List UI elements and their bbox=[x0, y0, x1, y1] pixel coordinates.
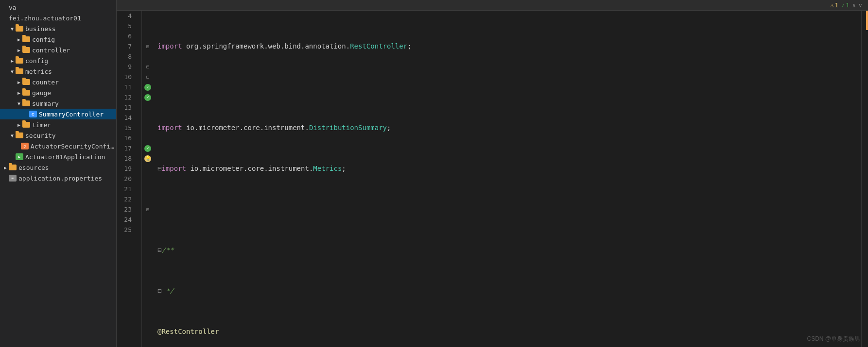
line-numbers: 4 5 6 7 8 9 10 11 12 13 14 15 16 17 18 1… bbox=[117, 11, 142, 347]
fold-icon[interactable]: ⊟ bbox=[146, 62, 149, 72]
code-line-6: import io.micrometer.core.instrument.Dis… bbox=[157, 123, 853, 133]
fold-icon[interactable]: ⊟ bbox=[146, 204, 149, 215]
sidebar-item-config[interactable]: config bbox=[0, 34, 116, 45]
sidebar-item-timer[interactable]: timer bbox=[0, 119, 116, 130]
watermark: CSDN @单身贵族男 bbox=[807, 335, 860, 343]
fold-icon[interactable]: ⊟ bbox=[146, 41, 149, 51]
keyword: import bbox=[157, 41, 182, 51]
sidebar-item-gauge[interactable]: gauge bbox=[0, 87, 116, 98]
gutter-cell bbox=[142, 123, 154, 133]
sidebar-item-label: SummaryController bbox=[39, 111, 104, 118]
gutter-cell: 💡 bbox=[142, 153, 154, 164]
sidebar-item-summary-controller[interactable]: C SummaryController bbox=[0, 109, 116, 119]
file-tree[interactable]: va fei.zhou.actuator01 business config c… bbox=[0, 0, 117, 347]
fold-icon[interactable]: ⊟ bbox=[146, 72, 149, 82]
gutter-cell bbox=[142, 225, 154, 235]
sidebar-item-label: config bbox=[25, 57, 48, 65]
gutter-cell: ⊟ bbox=[142, 72, 154, 82]
code-line-7: ⊟import io.micrometer.core.instrument.Me… bbox=[157, 164, 853, 174]
check-icon: ✓ bbox=[144, 94, 151, 101]
gutter-cell bbox=[142, 113, 154, 123]
package-label: fei.zhou.actuator01 bbox=[9, 15, 81, 22]
sidebar-item-actuator-security[interactable]: J ActuatorSecurityConfi… bbox=[0, 141, 116, 151]
gutter-cell: ⊟ bbox=[142, 204, 154, 215]
sidebar-item-resources[interactable]: esources bbox=[0, 162, 116, 173]
sidebar-item-business[interactable]: business bbox=[0, 23, 116, 34]
down-arrow-button[interactable]: ∨ bbox=[859, 2, 862, 9]
sidebar-item-metrics[interactable]: metrics bbox=[0, 66, 116, 77]
ok-indicator[interactable]: ✓ 1 bbox=[841, 2, 849, 9]
gutter-cell bbox=[142, 11, 154, 21]
gutter: ⊟ ⊟ ⊟ ✓ ✓ ✓ bbox=[142, 11, 154, 347]
gutter-cell bbox=[142, 215, 154, 225]
app-icon: ▶ bbox=[16, 153, 23, 160]
arrow-icon bbox=[9, 69, 16, 74]
sidebar-package[interactable]: fei.zhou.actuator01 bbox=[0, 13, 116, 23]
ok-icon: ✓ bbox=[841, 2, 845, 9]
root-label: va bbox=[9, 4, 17, 11]
line-num: 16 bbox=[117, 133, 136, 143]
props-icon: ≡ bbox=[9, 175, 17, 182]
code-line-10: ⊟ */ bbox=[157, 286, 853, 296]
up-arrow-button[interactable]: ∧ bbox=[852, 2, 856, 9]
line-num: 19 bbox=[117, 164, 136, 174]
sidebar-item-counter[interactable]: counter bbox=[0, 77, 116, 87]
gutter-cell: ⊟ bbox=[142, 41, 154, 51]
code-line-4: import org.springframework.web.bind.anno… bbox=[157, 41, 853, 51]
code-text: ; bbox=[407, 41, 411, 51]
sidebar-item-app-properties[interactable]: ≡ application.properties bbox=[0, 173, 116, 183]
code-text: */ bbox=[161, 286, 174, 296]
sidebar-item-label: application.properties bbox=[18, 175, 102, 182]
code-line-11: @RestController bbox=[157, 327, 853, 337]
code-line-5 bbox=[157, 82, 853, 92]
sidebar-item-actuator-app[interactable]: ▶ Actuator01Application bbox=[0, 151, 116, 162]
code-text: Metrics bbox=[313, 164, 342, 174]
ok-count: 1 bbox=[846, 2, 849, 9]
code-container[interactable]: 4 5 6 7 8 9 10 11 12 13 14 15 16 17 18 1… bbox=[117, 11, 868, 347]
line-num: 9 bbox=[117, 62, 136, 72]
editor-toolbar: ⚠ 1 ✓ 1 ∧ ∨ bbox=[117, 0, 868, 11]
sidebar-item-label: counter bbox=[32, 79, 59, 86]
gutter-cell: ✓ bbox=[142, 92, 154, 102]
sidebar-item-summary[interactable]: summary bbox=[0, 98, 116, 109]
line-num: 20 bbox=[117, 174, 136, 184]
warning-indicator[interactable]: ⚠ 1 bbox=[831, 2, 838, 9]
arrow-icon bbox=[16, 90, 22, 96]
code-text: io.micrometer.core.instrument. bbox=[182, 123, 309, 133]
arrow-icon bbox=[9, 26, 16, 32]
line-num: 14 bbox=[117, 113, 136, 123]
line-num: 6 bbox=[117, 31, 136, 41]
line-num: 10 bbox=[117, 72, 136, 82]
gutter-cell: ✓ bbox=[142, 143, 154, 153]
line-num: 12 bbox=[117, 92, 136, 102]
sidebar-item-label: summary bbox=[32, 100, 59, 107]
sidebar-item-label: esources bbox=[18, 164, 49, 171]
bulb-icon[interactable]: 💡 bbox=[144, 155, 151, 162]
gutter-cell: ✓ bbox=[142, 82, 154, 92]
gutter-cell bbox=[142, 184, 154, 194]
sidebar-item-label: config bbox=[32, 36, 55, 43]
folder-icon bbox=[16, 132, 23, 138]
sidebar-item-label: ActuatorSecurityConfi… bbox=[31, 143, 114, 150]
gutter-cell bbox=[142, 102, 154, 113]
sidebar-item-label: metrics bbox=[25, 68, 52, 75]
check-icon: ✓ bbox=[144, 145, 151, 152]
code-text: ; bbox=[387, 123, 391, 133]
line-num: 18 bbox=[117, 153, 136, 164]
right-gutter bbox=[861, 11, 868, 347]
sidebar-item-security[interactable]: security bbox=[0, 130, 116, 141]
sidebar-item-label: timer bbox=[32, 121, 51, 129]
gutter-cell bbox=[142, 21, 154, 31]
code-lines[interactable]: import org.springframework.web.bind.anno… bbox=[154, 11, 861, 347]
folder-icon bbox=[16, 68, 23, 74]
gutter-cell bbox=[142, 174, 154, 184]
gutter-cell bbox=[142, 133, 154, 143]
sidebar-item-config2[interactable]: config bbox=[0, 55, 116, 66]
line-num: 11 bbox=[117, 82, 136, 92]
warning-icon: ⚠ bbox=[831, 2, 834, 9]
sidebar-item-controller[interactable]: controller bbox=[0, 45, 116, 55]
code-text: io.micrometer.core.instrument. bbox=[186, 164, 313, 174]
fold-marker: ⊟ bbox=[157, 164, 161, 174]
sidebar-item-label: controller bbox=[32, 47, 70, 54]
line-num: 13 bbox=[117, 102, 136, 113]
